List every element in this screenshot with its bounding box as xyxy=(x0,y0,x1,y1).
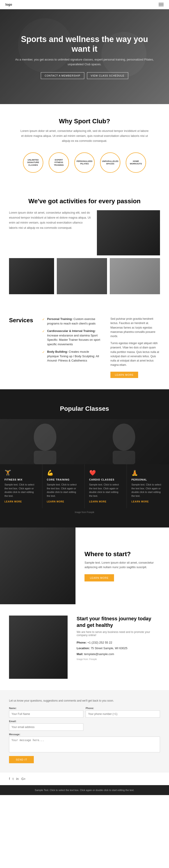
feature-home-label: HOMEWORKOUTS xyxy=(130,160,142,165)
services-right-text2: Turnis egestas integer eget aliquet nibh… xyxy=(111,341,160,367)
svg-point-16 xyxy=(34,424,56,451)
why-section: Why Sport Club? Lorem ipsum dolor sit am… xyxy=(0,104,169,186)
hero-title: Sports and wellness the way you want it xyxy=(13,34,156,54)
service-cardio-text: Cardiovascular & Interval Training: Incr… xyxy=(47,329,101,346)
email-input[interactable] xyxy=(9,723,83,731)
fitness-mix-desc: Sample text. Click to select the text bo… xyxy=(4,483,38,498)
twitter-icon[interactable]: t xyxy=(13,777,13,781)
location-value: 75 Street Sample, WI 63025 xyxy=(91,647,127,650)
class-fitness-mix: 🏋️ FITNESS MIX Sample text. Click to sel… xyxy=(0,464,42,508)
svg-rect-9 xyxy=(57,258,107,294)
svg-rect-17 xyxy=(34,451,56,464)
activities-image-small-1 xyxy=(57,258,107,294)
feature-expert-label: EXPERTFITNESSTRAINING xyxy=(54,159,64,167)
form-description: Let us know your questions, suggestions … xyxy=(9,699,160,702)
form-email-field: Email: xyxy=(9,720,83,731)
journey-section: Start your fitness journey today and get… xyxy=(0,604,169,690)
start-section: Where to start? Sample text. Lorem ipsum… xyxy=(0,527,169,604)
activities-image-left xyxy=(9,258,54,294)
svg-point-7 xyxy=(25,265,38,279)
svg-rect-25 xyxy=(26,651,51,679)
phone-label: Phone: xyxy=(77,641,87,644)
why-title: Why Sport Club? xyxy=(9,118,160,125)
form-name-field: Name: xyxy=(9,707,83,718)
svg-rect-6 xyxy=(9,258,54,294)
why-body: Lorem ipsum dolor sit amet, consectetur … xyxy=(19,128,150,144)
service-item-cardio: ✓ Cardiovascular & Interval Training: In… xyxy=(42,329,101,346)
services-learn-button[interactable]: LEARN MORE xyxy=(111,372,138,378)
svg-rect-5 xyxy=(119,236,137,255)
feature-spaces[interactable]: UNPARALLELEDSPACES xyxy=(100,152,120,173)
journey-content: Start your fitness journey today and get… xyxy=(77,616,160,679)
feature-home[interactable]: HOMEWORKOUTS xyxy=(126,152,146,173)
activities-image-main xyxy=(97,210,160,255)
phone-value: +1 (232) 252 55 22 xyxy=(87,641,112,644)
hero-subtitle: As a member, you get access to unlimited… xyxy=(13,57,156,67)
hero-content: Sports and wellness the way you want it … xyxy=(0,34,169,79)
feature-pilates-label: PERSONALIZEDPILATES xyxy=(77,160,93,165)
googleplus-icon[interactable]: G+ xyxy=(22,777,26,781)
fitness-mix-learn[interactable]: LEARN MORE xyxy=(4,500,38,503)
svg-rect-14 xyxy=(125,277,145,294)
feature-unlimited[interactable]: UNLIMITEDSIGNATURECLASSES xyxy=(23,152,43,173)
logo: logo xyxy=(5,3,12,6)
journey-title: Start your fitness journey today and get… xyxy=(77,616,160,628)
journey-image-credit: Image from: Freepik xyxy=(77,658,160,660)
core-training-name: CORE TRAINING xyxy=(47,478,80,481)
core-training-learn[interactable]: LEARN MORE xyxy=(47,500,80,503)
services-right: Sed pulvinar proin gravida hendrerit lec… xyxy=(111,317,160,378)
form-phone-label: Phone: xyxy=(86,707,160,710)
fitness-mix-icon: 🏋️ xyxy=(4,470,38,476)
svg-rect-19 xyxy=(113,451,135,464)
service-personal-text: Personal Training: Custom exercise progr… xyxy=(47,317,101,326)
form-grid: Name: Phone: Email: Message: xyxy=(9,707,160,753)
feature-expert[interactable]: EXPERTFITNESSTRAINING xyxy=(49,152,69,173)
services-list: ✓ Personal Training: Custom exercise pro… xyxy=(42,317,101,378)
instagram-icon[interactable]: in xyxy=(16,777,19,781)
popular-header: Popular Classes xyxy=(0,401,169,419)
journey-location: Location: 75 Street Sample, WI 63025 xyxy=(77,646,160,651)
journey-mail: Mail: template@sample.com xyxy=(77,652,160,656)
personal-desc: Sample text. Click to select the text bo… xyxy=(131,483,165,498)
menu-button[interactable] xyxy=(159,3,164,6)
name-input[interactable] xyxy=(9,710,83,718)
feature-spaces-label: UNPARALLELEDSPACES xyxy=(102,160,119,165)
features-grid: UNLIMITEDSIGNATURECLASSES EXPERTFITNESST… xyxy=(9,152,160,173)
footer-text: Sample Text. Click to select the text bo… xyxy=(9,789,160,792)
feature-pilates[interactable]: PERSONALIZEDPILATES xyxy=(74,152,95,173)
message-textarea[interactable] xyxy=(9,737,160,752)
hero-buttons: Contact A Membership View Class Schedule xyxy=(13,72,156,79)
svg-rect-23 xyxy=(9,616,68,679)
activities-top: Lorem ipsum dolor sit amet, consectetur … xyxy=(9,210,160,255)
facebook-icon[interactable]: f xyxy=(9,777,10,781)
svg-point-10 xyxy=(76,264,88,277)
phone-input[interactable] xyxy=(86,710,160,718)
journey-subtitle: We are here to serve any business need a… xyxy=(77,630,160,637)
view-schedule-button[interactable]: View Class Schedule xyxy=(87,72,128,79)
classes-grid: 🏋️ FITNESS MIX Sample text. Click to sel… xyxy=(0,464,169,508)
start-image xyxy=(0,527,76,604)
svg-rect-11 xyxy=(72,277,92,294)
start-body: Sample text. Lorem ipsum dolor sit amet,… xyxy=(85,560,160,570)
email-label: Email: xyxy=(9,720,83,722)
cardio-icon: ❤️ xyxy=(89,470,122,476)
footer: Sample Text. Click to select the text bo… xyxy=(0,785,169,795)
activities-image-small-2 xyxy=(110,258,160,294)
start-learn-button[interactable]: LEARN MORE xyxy=(85,574,114,582)
svg-rect-20 xyxy=(0,527,76,604)
message-label: Message: xyxy=(9,733,160,736)
social-bar: f t in G+ xyxy=(0,772,169,785)
cardio-learn[interactable]: LEARN MORE xyxy=(89,500,122,503)
svg-point-24 xyxy=(28,626,48,651)
svg-rect-8 xyxy=(24,278,39,294)
personal-learn[interactable]: LEARN MORE xyxy=(131,500,165,503)
check-icon-personal: ✓ xyxy=(42,317,45,322)
contact-membership-button[interactable]: Contact A Membership xyxy=(41,72,84,79)
personal-icon: 🧘 xyxy=(131,470,165,476)
start-content: Where to start? Sample text. Lorem ipsum… xyxy=(76,527,169,604)
fitness-mix-name: FITNESS MIX xyxy=(4,478,38,481)
feature-unlimited-label: UNLIMITEDSIGNATURECLASSES xyxy=(27,159,39,167)
submit-button[interactable]: SEND IT xyxy=(9,756,34,763)
activities-section: We've got activities for every passion L… xyxy=(0,186,169,306)
svg-point-21 xyxy=(31,541,53,568)
